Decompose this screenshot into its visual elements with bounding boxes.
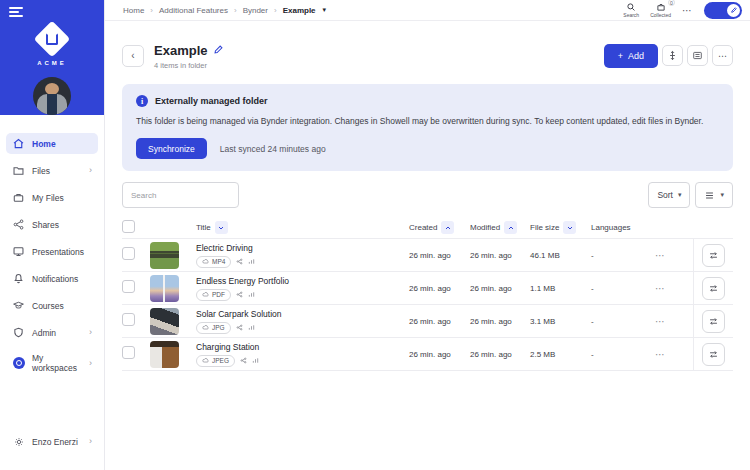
table-row[interactable]: Charging Station JPEG 26 min. ago — [122, 338, 733, 371]
collected-button[interactable]: 0 Collected — [650, 2, 671, 18]
synchronize-button[interactable]: Synchronize — [136, 138, 207, 159]
plus-icon: + — [618, 51, 623, 61]
gear-icon — [12, 435, 25, 448]
column-modified: Modified — [470, 223, 500, 232]
list-view-button[interactable]: ▾ — [695, 182, 733, 208]
top-bar: Home › Additional Features › Bynder › Ex… — [105, 0, 750, 21]
more-menu-icon[interactable]: ⋯ — [682, 5, 693, 16]
sidebar-item-label: Presentations — [32, 247, 84, 257]
file-type-badge: MP4 — [196, 256, 231, 268]
menu-icon[interactable] — [9, 7, 23, 18]
languages-cell: - — [591, 317, 655, 326]
row-more-icon[interactable]: ⋯ — [655, 250, 693, 261]
breadcrumb-bynder[interactable]: Bynder — [243, 6, 268, 15]
row-sync-button[interactable] — [702, 277, 725, 300]
chevron-right-icon: › — [89, 166, 92, 175]
share-mini-icon — [240, 357, 247, 364]
sidebar-item-label: Files — [32, 166, 50, 176]
sidebar-item-my-files[interactable]: My Files — [6, 187, 98, 208]
sidebar: ACME Home Files › My Files — [0, 0, 105, 470]
row-more-icon[interactable]: ⋯ — [655, 316, 693, 327]
pencil-icon — [730, 6, 738, 14]
search-input[interactable] — [122, 182, 239, 208]
page-title: Example — [154, 43, 207, 58]
home-icon — [12, 137, 25, 150]
sidebar-item-files[interactable]: Files › — [6, 160, 98, 181]
file-thumbnail — [150, 341, 179, 368]
share-mini-icon — [236, 258, 243, 265]
sidebar-item-shares[interactable]: Shares — [6, 214, 98, 235]
sort-created-button[interactable] — [441, 221, 454, 234]
search-button[interactable]: Search — [623, 2, 639, 18]
row-checkbox[interactable] — [122, 247, 135, 260]
edit-title-icon[interactable] — [213, 41, 224, 59]
row-more-icon[interactable]: ⋯ — [655, 283, 693, 294]
created-cell: 26 min. ago — [409, 317, 470, 326]
edit-mode-toggle[interactable] — [704, 2, 742, 19]
sidebar-item-admin[interactable]: Admin › — [6, 322, 98, 343]
row-checkbox[interactable] — [122, 313, 135, 326]
back-button[interactable]: ‹ — [122, 45, 144, 67]
row-checkbox[interactable] — [122, 346, 135, 359]
row-sync-button[interactable] — [702, 244, 725, 267]
chevron-up-icon — [444, 224, 452, 232]
row-more-icon[interactable]: ⋯ — [655, 349, 693, 360]
breadcrumb-example[interactable]: Example — [283, 6, 316, 15]
chevron-down-icon — [566, 224, 574, 232]
table-row[interactable]: Endless Energy Portfolio PDF 26 min. ago — [122, 272, 733, 305]
sidebar-item-label: Enzo Enerzi — [32, 437, 78, 447]
sort-title-button[interactable] — [215, 221, 228, 234]
sort-modified-button[interactable] — [504, 221, 517, 234]
add-button-label: Add — [628, 51, 644, 61]
add-button[interactable]: + Add — [604, 44, 658, 68]
sidebar-item-notifications[interactable]: Notifications — [6, 268, 98, 289]
banner-body: This folder is being managed via Bynder … — [136, 116, 719, 127]
row-sync-button[interactable] — [702, 343, 725, 366]
monitor-icon — [12, 245, 25, 258]
modified-cell: 26 min. ago — [470, 317, 530, 326]
sidebar-item-user-settings[interactable]: Enzo Enerzi › — [6, 431, 98, 452]
row-checkbox[interactable] — [122, 280, 135, 293]
last-synced-text: Last synced 24 minutes ago — [220, 144, 326, 154]
list-icon — [704, 190, 715, 201]
breadcrumb-additional-features[interactable]: Additional Features — [159, 6, 228, 15]
info-icon: i — [136, 95, 148, 107]
folder-content: ‹ Example 4 items in folder + Add — [105, 21, 750, 470]
item-count: 4 items in folder — [154, 61, 224, 70]
main-area: Home › Additional Features › Bynder › Ex… — [105, 0, 750, 470]
chevron-down-icon: ▾ — [720, 191, 724, 199]
sidebar-item-courses[interactable]: Courses — [6, 295, 98, 316]
file-type-badge: JPG — [196, 322, 231, 334]
expand-rows-button[interactable] — [662, 45, 683, 66]
collected-label: Collected — [650, 12, 671, 18]
chevron-right-icon: › — [89, 359, 92, 368]
chevron-up-icon — [507, 224, 515, 232]
view-layout-button[interactable] — [687, 45, 708, 66]
header-more-button[interactable]: ⋯ — [712, 45, 733, 66]
file-title: Endless Energy Portfolio — [196, 276, 409, 286]
chevron-right-icon: › — [89, 328, 92, 337]
sort-size-button[interactable] — [563, 221, 576, 234]
row-sync-button[interactable] — [702, 310, 725, 333]
sidebar-item-my-workspaces[interactable]: My workspaces › — [6, 349, 98, 377]
basket-icon — [656, 2, 666, 12]
cloud-icon — [202, 258, 209, 265]
created-cell: 26 min. ago — [409, 350, 470, 359]
sort-button[interactable]: Sort ▾ — [648, 182, 690, 208]
sidebar-item-home[interactable]: Home — [6, 133, 98, 154]
select-all-checkbox[interactable] — [122, 220, 135, 233]
search-icon — [626, 2, 636, 12]
list-toolbar: Sort ▾ ▾ — [122, 182, 733, 208]
workspace-icon — [12, 357, 25, 370]
chevron-down-icon[interactable]: ▾ — [323, 6, 327, 14]
languages-cell: - — [591, 251, 655, 260]
table-row[interactable]: Electric Driving MP4 26 min. ago — [122, 239, 733, 272]
file-type-badge: PDF — [196, 289, 231, 301]
breadcrumb-home[interactable]: Home — [123, 6, 144, 15]
cloud-icon — [202, 357, 209, 364]
sidebar-item-label: Courses — [32, 301, 64, 311]
sidebar-item-presentations[interactable]: Presentations — [6, 241, 98, 262]
languages-cell: - — [591, 350, 655, 359]
avatar[interactable] — [33, 77, 71, 115]
table-row[interactable]: Solar Carpark Solution JPG 26 min. ago — [122, 305, 733, 338]
